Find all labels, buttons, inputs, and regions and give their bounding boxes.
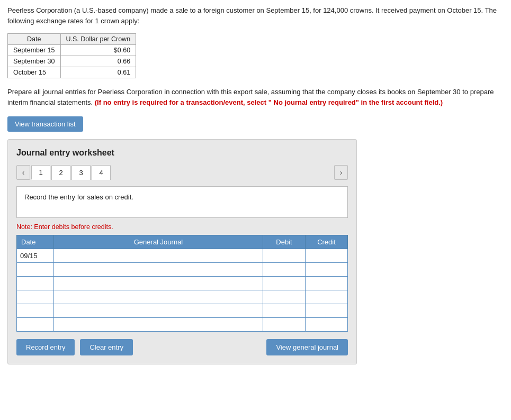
journal-entry-cell[interactable] bbox=[54, 290, 263, 304]
debit-input[interactable] bbox=[263, 290, 305, 304]
col-header-credit: Credit bbox=[306, 235, 348, 249]
journal-entry-cell[interactable] bbox=[54, 318, 263, 332]
prev-tab-arrow[interactable]: ‹ bbox=[16, 165, 30, 180]
note-text: Note: Enter debits before credits. bbox=[16, 223, 348, 231]
debit-input[interactable] bbox=[263, 318, 305, 331]
credit-input[interactable] bbox=[306, 304, 347, 317]
intro-paragraph: Peerless Corporation (a U.S.-based compa… bbox=[7, 5, 504, 26]
col-header-date: Date bbox=[17, 235, 54, 249]
journal-entry-input[interactable] bbox=[54, 277, 263, 290]
debit-input[interactable] bbox=[263, 249, 305, 262]
debit-cell[interactable] bbox=[263, 290, 306, 304]
journal-entry-input[interactable] bbox=[54, 249, 263, 262]
button-row: Record entry Clear entry View general jo… bbox=[16, 339, 348, 355]
debit-cell[interactable] bbox=[263, 249, 306, 263]
credit-input[interactable] bbox=[306, 263, 347, 276]
exchange-rate-cell: 0.66 bbox=[60, 56, 136, 67]
tab-3[interactable]: 3 bbox=[71, 165, 91, 180]
journal-entry-input[interactable] bbox=[54, 263, 263, 276]
date-header: Date bbox=[8, 34, 61, 45]
journal-entry-input[interactable] bbox=[54, 290, 263, 304]
exchange-date-cell: September 15 bbox=[8, 45, 61, 56]
tab-2[interactable]: 2 bbox=[51, 165, 70, 180]
tab-4[interactable]: 4 bbox=[92, 165, 111, 180]
debit-input[interactable] bbox=[263, 277, 305, 290]
clear-entry-button[interactable]: Clear entry bbox=[80, 339, 133, 355]
credit-cell[interactable] bbox=[306, 263, 348, 277]
exchange-rate-table: Date U.S. Dollar per Crown September 15$… bbox=[7, 33, 136, 78]
record-entry-button[interactable]: Record entry bbox=[16, 339, 75, 355]
tab-1[interactable]: 1 bbox=[31, 165, 50, 180]
credit-cell[interactable] bbox=[306, 277, 348, 290]
next-tab-arrow[interactable]: › bbox=[334, 165, 348, 180]
credit-input[interactable] bbox=[306, 277, 347, 290]
rate-header: U.S. Dollar per Crown bbox=[60, 34, 136, 45]
credit-input[interactable] bbox=[306, 290, 347, 304]
instruction-bold-red: (If no entry is required for a transacti… bbox=[95, 98, 443, 106]
tabs-row: ‹ 1 2 3 4 › bbox=[16, 165, 348, 180]
journal-date-cell bbox=[17, 290, 54, 304]
worksheet-container: Journal entry worksheet ‹ 1 2 3 4 › Reco… bbox=[7, 139, 357, 364]
journal-entry-cell[interactable] bbox=[54, 263, 263, 277]
journal-entry-cell[interactable] bbox=[54, 249, 263, 263]
journal-entry-input[interactable] bbox=[54, 304, 263, 317]
journal-date-cell bbox=[17, 277, 54, 290]
journal-entry-cell[interactable] bbox=[54, 304, 263, 318]
view-general-journal-button[interactable]: View general journal bbox=[266, 339, 348, 355]
exchange-rate-cell: 0.61 bbox=[60, 67, 136, 78]
credit-cell[interactable] bbox=[306, 290, 348, 304]
debit-input[interactable] bbox=[263, 304, 305, 317]
worksheet-title: Journal entry worksheet bbox=[16, 148, 348, 158]
exchange-rate-cell: $0.60 bbox=[60, 45, 136, 56]
journal-date-cell bbox=[17, 304, 54, 318]
instruction-text: Prepare all journal entries for Peerless… bbox=[7, 87, 504, 108]
credit-input[interactable] bbox=[306, 318, 347, 331]
debit-cell[interactable] bbox=[263, 263, 306, 277]
journal-date-cell bbox=[17, 263, 54, 277]
col-header-debit: Debit bbox=[263, 235, 306, 249]
journal-entry-cell[interactable] bbox=[54, 277, 263, 290]
debit-cell[interactable] bbox=[263, 304, 306, 318]
debit-cell[interactable] bbox=[263, 318, 306, 332]
journal-table: Date General Journal Debit Credit 09/15 bbox=[16, 235, 348, 332]
journal-entry-input[interactable] bbox=[54, 318, 263, 331]
entry-description: Record the entry for sales on credit. bbox=[16, 186, 348, 218]
credit-input[interactable] bbox=[306, 249, 347, 262]
debit-cell[interactable] bbox=[263, 277, 306, 290]
debit-input[interactable] bbox=[263, 263, 305, 276]
journal-date-cell: 09/15 bbox=[17, 249, 54, 263]
exchange-date-cell: October 15 bbox=[8, 67, 61, 78]
credit-cell[interactable] bbox=[306, 249, 348, 263]
credit-cell[interactable] bbox=[306, 304, 348, 318]
view-transaction-button[interactable]: View transaction list bbox=[7, 116, 83, 132]
col-header-general-journal: General Journal bbox=[54, 235, 263, 249]
journal-date-cell bbox=[17, 318, 54, 332]
exchange-date-cell: September 30 bbox=[8, 56, 61, 67]
credit-cell[interactable] bbox=[306, 318, 348, 332]
